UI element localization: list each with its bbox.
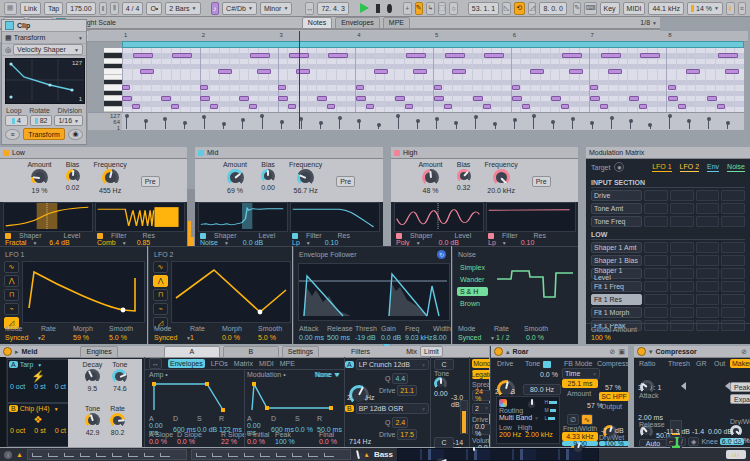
noise-type-option[interactable]: Wander: [457, 275, 488, 284]
tempo-field[interactable]: 175.00: [66, 2, 95, 15]
envf-freq-value[interactable]: 9.03 kHz: [405, 334, 433, 341]
matrix-cell[interactable]: [696, 216, 720, 227]
midi-note[interactable]: [600, 104, 608, 109]
midi-note[interactable]: [413, 69, 427, 74]
transform-apply-button[interactable]: Transform: [23, 128, 65, 140]
global-amount-value[interactable]: 100 %: [586, 333, 750, 341]
loop-length-field[interactable]: 8. 0. 0: [539, 2, 566, 15]
piano-keys[interactable]: [104, 48, 123, 112]
amp-dslope-value[interactable]: 0.0 %: [177, 438, 205, 445]
computer-midi-keyboard-icon[interactable]: ⌨: [584, 2, 596, 15]
velocity-marker[interactable]: [416, 119, 420, 123]
key-map-button[interactable]: Key: [600, 2, 620, 15]
roar-activator[interactable]: [494, 347, 503, 356]
matrix-cell[interactable]: [721, 281, 745, 292]
lfo2-rate-value[interactable]: 1: [190, 334, 222, 341]
midi-note[interactable]: [171, 104, 179, 109]
velocity-stem[interactable]: [689, 121, 690, 129]
engine-b-tone-knob[interactable]: [85, 413, 100, 428]
velocity-stem[interactable]: [611, 118, 612, 129]
midi-note[interactable]: [717, 104, 725, 109]
meld-tab-a[interactable]: A: [164, 346, 220, 358]
midi-note[interactable]: [434, 96, 444, 101]
midi-note[interactable]: [444, 104, 452, 109]
midi-note[interactable]: [200, 96, 210, 101]
matrix-cell[interactable]: [644, 268, 668, 279]
roar-drywet-field[interactable]: 100 %: [599, 441, 629, 446]
lfo2-smooth-value[interactable]: 5.0 %: [258, 334, 276, 341]
engine-b-st[interactable]: 0 st: [34, 427, 45, 434]
velocity-marker[interactable]: [532, 114, 536, 118]
meld-activator[interactable]: [3, 347, 12, 356]
velocity-stem[interactable]: [727, 123, 728, 129]
midi-note[interactable]: [551, 96, 561, 101]
midi-note[interactable]: [328, 53, 348, 58]
matrix-cell[interactable]: [644, 242, 668, 253]
midi-note[interactable]: [133, 53, 153, 58]
matrix-cell[interactable]: [721, 294, 745, 305]
meld-title-strip[interactable]: [0, 357, 6, 447]
midi-note[interactable]: [239, 96, 249, 101]
punch-out-icon[interactable]: ◿: [528, 2, 537, 15]
matrix-cell[interactable]: [696, 294, 720, 305]
midi-note[interactable]: [434, 85, 442, 90]
velocity-marker[interactable]: [202, 115, 206, 119]
low-amount-knob[interactable]: [31, 169, 48, 186]
noise-mode-value[interactable]: Synced: [458, 334, 488, 341]
matrix-cell[interactable]: [696, 268, 720, 279]
matrix-cell[interactable]: [696, 307, 720, 318]
midi-note[interactable]: [484, 53, 504, 58]
velocity-marker[interactable]: [144, 119, 148, 123]
high-shaper-type[interactable]: Poly: [396, 239, 410, 246]
time-signature-field[interactable]: 4 / 4: [122, 2, 144, 15]
mid-shaper-display[interactable]: [198, 202, 288, 232]
lfo-wave-sine-icon[interactable]: ∿: [153, 261, 168, 273]
velocity-stem[interactable]: [592, 123, 593, 129]
nudge-down-icon[interactable]: ‖: [99, 2, 108, 15]
meld-subtab-midi[interactable]: MIDI: [259, 360, 274, 367]
velocity-stem[interactable]: [223, 124, 224, 129]
mix-a-tone-knob[interactable]: [434, 377, 447, 390]
comp-expand-menu[interactable]: Expand: [730, 394, 750, 404]
midi-note[interactable]: [278, 96, 288, 101]
comp-makeup-button[interactable]: Makeup: [730, 359, 750, 368]
compressor-activator[interactable]: [637, 347, 646, 356]
velocity-marker[interactable]: [435, 117, 439, 121]
stop-button[interactable]: [376, 4, 381, 13]
sidechain-icon[interactable]: ↻: [437, 250, 446, 259]
velocity-marker[interactable]: [687, 119, 691, 123]
engine-a-type-menu[interactable]: Tarp: [20, 361, 34, 368]
midi-note[interactable]: [122, 96, 132, 101]
midi-note[interactable]: [218, 69, 232, 74]
velocity-marker[interactable]: [396, 114, 400, 118]
velocity-stem[interactable]: [262, 116, 263, 129]
midi-note[interactable]: [590, 85, 598, 90]
matrix-row-label[interactable]: Flt 1 Morph: [591, 307, 642, 318]
lfo1-smooth-value[interactable]: 5.0 %: [109, 334, 127, 341]
high-frequency-knob[interactable]: [493, 169, 510, 186]
midi-note[interactable]: [172, 53, 192, 58]
lfo1-morph-value[interactable]: 59 %: [73, 334, 109, 341]
envf-width-value[interactable]: 8.00: [433, 334, 447, 341]
midi-note[interactable]: [405, 104, 413, 109]
low-frequency-knob[interactable]: [102, 169, 119, 186]
matrix-cell[interactable]: [696, 242, 720, 253]
matrix-cell[interactable]: [644, 294, 668, 305]
chain-overview-b[interactable]: [191, 449, 351, 460]
arrangement-position-field[interactable]: 72. 4. 3: [317, 2, 348, 15]
draw-icon[interactable]: ✎: [573, 2, 582, 15]
clip-waveform-thumbnails[interactable]: [397, 448, 599, 461]
mid-pre-button[interactable]: Pre: [336, 176, 355, 187]
matrix-cell[interactable]: [721, 203, 745, 214]
tap-tempo-button[interactable]: Tap: [44, 2, 63, 15]
engine-b-type-menu[interactable]: Chip (H4): [20, 405, 50, 412]
noise-smooth-value[interactable]: 0.0 %: [526, 334, 544, 341]
rotate-field[interactable]: 82: [30, 115, 53, 126]
midi-note[interactable]: [512, 96, 522, 101]
velocity-shaper-display[interactable]: 127 1: [5, 58, 85, 104]
preferences-grid-icon[interactable]: ▦: [4, 2, 17, 15]
midi-note[interactable]: [640, 53, 660, 58]
comp-out-value[interactable]: 0.00 dB: [708, 428, 732, 435]
lfo1-rate-value[interactable]: 2: [41, 334, 73, 341]
mod-initial-value[interactable]: 0.0 %: [247, 438, 275, 445]
